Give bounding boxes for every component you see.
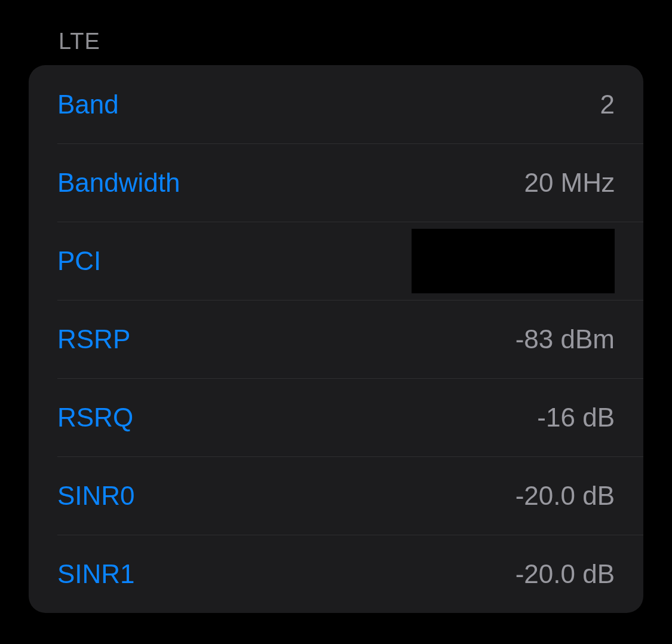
row-label-rsrp: RSRP: [57, 324, 130, 354]
row-value-rsrq: -16 dB: [537, 403, 615, 433]
row-sinr0[interactable]: SINR0 -20.0 dB: [29, 456, 643, 535]
row-value-band: 2: [600, 90, 615, 119]
row-sinr1[interactable]: SINR1 -20.0 dB: [29, 535, 643, 613]
row-label-rsrq: RSRQ: [57, 403, 133, 433]
row-value-sinr1: -20.0 dB: [515, 559, 615, 589]
row-band[interactable]: Band 2: [29, 65, 643, 143]
row-rsrp[interactable]: RSRP -83 dBm: [29, 300, 643, 378]
row-value-rsrp: -83 dBm: [515, 324, 615, 354]
row-bandwidth[interactable]: Bandwidth 20 MHz: [29, 143, 643, 222]
row-label-band: Band: [57, 90, 119, 119]
row-label-pci: PCI: [57, 246, 101, 276]
lte-card: Band 2 Bandwidth 20 MHz PCI RSRP -83 dBm…: [29, 65, 643, 613]
row-value-bandwidth: 20 MHz: [524, 168, 615, 198]
row-label-bandwidth: Bandwidth: [57, 168, 180, 198]
row-label-sinr0: SINR0: [57, 481, 135, 511]
row-rsrq[interactable]: RSRQ -16 dB: [29, 378, 643, 456]
row-value-sinr0: -20.0 dB: [515, 481, 615, 511]
row-value-pci-redacted: [412, 229, 615, 293]
row-pci[interactable]: PCI: [29, 222, 643, 300]
row-label-sinr1: SINR1: [57, 559, 135, 589]
section-header-lte: LTE: [0, 0, 672, 65]
